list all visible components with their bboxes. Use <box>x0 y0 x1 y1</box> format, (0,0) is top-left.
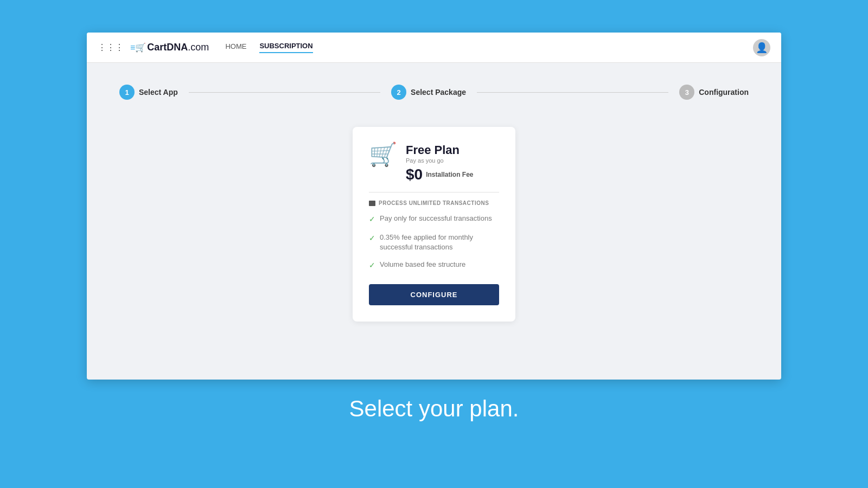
check-icon-1: ✓ <box>369 214 375 225</box>
step-connector-1 <box>189 92 380 93</box>
step-2-label: Select Package <box>411 88 466 97</box>
plan-info: Free Plan Pay as you go $0 Installation … <box>406 143 474 183</box>
grid-icon[interactable]: ⋮⋮⋮ <box>98 42 124 53</box>
main-content: 1 Select App 2 Select Package 3 Configur… <box>87 63 781 377</box>
list-item: ✓ 0.35% fee applied for monthly successf… <box>369 233 499 252</box>
step-2: 2 Select Package <box>391 85 466 100</box>
price-amount: $0 <box>406 166 423 183</box>
nav-home[interactable]: HOME <box>225 42 246 53</box>
nav-links: HOME SUBSCRIPTION <box>225 42 312 53</box>
stepper: 1 Select App 2 Select Package 3 Configur… <box>119 85 749 100</box>
step-2-circle: 2 <box>391 85 406 100</box>
step-1: 1 Select App <box>119 85 178 100</box>
process-label: PROCESS UNLIMITED TRANSACTIONS <box>369 200 499 206</box>
pricing-card: 🛒 Free Plan Pay as you go $0 Installatio… <box>353 127 515 322</box>
step-1-circle: 1 <box>119 85 135 100</box>
nav-subscription[interactable]: SUBSCRIPTION <box>259 42 312 53</box>
feature-text-1: Pay only for successful transactions <box>380 214 492 223</box>
process-icon <box>369 201 375 206</box>
plan-name: Free Plan <box>406 143 474 157</box>
step-3: 3 Configuration <box>679 85 749 100</box>
pricing-card-container: 🛒 Free Plan Pay as you go $0 Installatio… <box>119 127 749 322</box>
check-icon-2: ✓ <box>369 233 375 244</box>
plan-cart-icon: 🛒 <box>369 143 397 166</box>
feature-list: ✓ Pay only for successful transactions ✓… <box>369 214 499 271</box>
navbar: ⋮⋮⋮ ≡🛒 CartDNA.com HOME SUBSCRIPTION 👤 <box>87 33 781 63</box>
list-item: ✓ Pay only for successful transactions <box>369 214 499 225</box>
configure-button[interactable]: CONFIGURE <box>369 284 499 305</box>
list-item: ✓ Volume based fee structure <box>369 260 499 271</box>
step-3-label: Configuration <box>699 88 749 97</box>
bottom-caption: Select your plan. <box>349 396 519 422</box>
browser-window: ⋮⋮⋮ ≡🛒 CartDNA.com HOME SUBSCRIPTION 👤 1… <box>87 33 781 380</box>
step-3-circle: 3 <box>679 85 694 100</box>
step-1-label: Select App <box>139 88 178 97</box>
card-header: 🛒 Free Plan Pay as you go $0 Installatio… <box>369 143 499 183</box>
step-connector-2 <box>477 92 668 93</box>
check-icon-3: ✓ <box>369 260 375 271</box>
plan-subtitle: Pay as you go <box>406 157 474 164</box>
feature-text-2: 0.35% fee applied for monthly successful… <box>380 233 499 252</box>
feature-text-3: Volume based fee structure <box>380 260 465 269</box>
logo-text: CartDNA.com <box>147 42 209 53</box>
cart-logo-icon: ≡🛒 <box>130 42 146 53</box>
logo: ≡🛒 CartDNA.com <box>130 42 209 53</box>
plan-price: $0 Installation Fee <box>406 166 474 183</box>
avatar[interactable]: 👤 <box>753 39 770 56</box>
price-label: Installation Fee <box>426 171 473 178</box>
card-divider <box>369 192 499 192</box>
